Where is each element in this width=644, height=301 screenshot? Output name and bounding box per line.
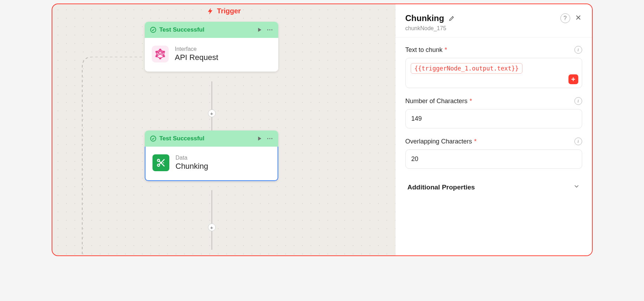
required-indicator: * [445, 46, 447, 54]
variable-token[interactable]: {{triggerNode_1.output.text}} [411, 63, 523, 74]
properties-panel: Chunking ? chunkNode_175 Text to chunk *… [395, 4, 592, 255]
chevron-down-icon [573, 183, 580, 192]
node-status: Test Successful [150, 26, 204, 33]
node-body: Interface API Request [145, 38, 278, 72]
svg-point-8 [156, 55, 157, 57]
node-header: Test Successful [145, 22, 278, 38]
node-api-request[interactable]: Test Successful Interface API Request [145, 22, 278, 72]
accordion-label: Additional Properties [408, 183, 475, 191]
svg-point-13 [271, 138, 272, 139]
field-overlap-characters: Overlapping Characters * i [405, 138, 582, 169]
trigger-text: Trigger [217, 7, 241, 15]
svg-point-4 [160, 49, 161, 51]
additional-properties-toggle[interactable]: Additional Properties [405, 178, 582, 196]
close-panel-button[interactable] [574, 14, 582, 23]
app-frame: Trigger + + Test Successful [52, 4, 593, 256]
field-text-to-chunk: Text to chunk * i {{triggerNode_1.output… [405, 46, 582, 88]
close-icon [574, 14, 582, 21]
svg-point-1 [267, 29, 268, 31]
node-title: API Request [175, 53, 219, 62]
connector [212, 81, 212, 131]
info-icon[interactable]: i [574, 97, 582, 105]
scissors-icon [152, 154, 169, 171]
field-num-characters: Number of Characters * i [405, 97, 582, 128]
overlap-characters-input[interactable] [405, 149, 582, 169]
field-label: Number of Characters [405, 98, 468, 105]
node-status: Test Successful [150, 135, 204, 142]
graphql-icon [152, 46, 169, 62]
add-node-button[interactable]: + [208, 223, 216, 231]
play-icon [256, 135, 263, 142]
help-button[interactable]: ? [560, 13, 570, 23]
dots-icon [266, 135, 273, 142]
svg-point-15 [157, 164, 160, 166]
node-chunking[interactable]: Test Successful Data Chunking [145, 131, 278, 181]
add-variable-button[interactable]: + [568, 74, 578, 84]
node-body: Data Chunking [145, 147, 278, 181]
svg-point-12 [269, 138, 270, 139]
pencil-icon [448, 15, 455, 22]
node-category: Data [176, 155, 208, 161]
connector [212, 190, 212, 250]
svg-point-11 [267, 138, 268, 139]
edit-title-button[interactable] [448, 15, 455, 22]
text-to-chunk-input[interactable]: {{triggerNode_1.output.text}} + [405, 58, 582, 88]
field-label: Text to chunk [405, 46, 443, 54]
svg-point-9 [156, 51, 157, 53]
info-icon[interactable]: i [574, 138, 582, 145]
panel-title: Chunking [405, 13, 444, 23]
panel-node-id: chunkNode_175 [405, 25, 582, 32]
node-menu-button[interactable] [266, 26, 273, 33]
required-indicator: * [470, 98, 472, 105]
check-circle-icon [150, 135, 157, 142]
dots-icon [266, 26, 273, 33]
required-indicator: * [474, 138, 477, 145]
panel-header: Chunking ? [405, 13, 582, 23]
add-node-button[interactable]: + [208, 109, 216, 117]
bolt-icon [207, 7, 214, 15]
run-node-button[interactable] [256, 26, 263, 33]
check-circle-icon [150, 26, 157, 33]
svg-point-5 [163, 51, 164, 53]
node-header: Test Successful [145, 131, 278, 147]
field-label: Overlapping Characters [405, 138, 472, 145]
num-characters-input[interactable] [405, 109, 582, 128]
flow-canvas[interactable]: Trigger + + Test Successful [52, 4, 395, 255]
trigger-label: Trigger [207, 7, 241, 15]
svg-point-7 [160, 58, 161, 59]
svg-point-3 [271, 29, 272, 31]
node-title: Chunking [176, 162, 208, 171]
play-icon [256, 26, 263, 33]
info-icon[interactable]: i [574, 46, 582, 54]
svg-point-14 [157, 159, 160, 161]
run-node-button[interactable] [256, 135, 263, 142]
status-text: Test Successful [160, 26, 204, 33]
status-text: Test Successful [160, 135, 204, 142]
svg-point-2 [269, 29, 270, 31]
node-menu-button[interactable] [266, 135, 273, 142]
svg-point-6 [163, 55, 164, 57]
node-category: Interface [175, 46, 219, 52]
